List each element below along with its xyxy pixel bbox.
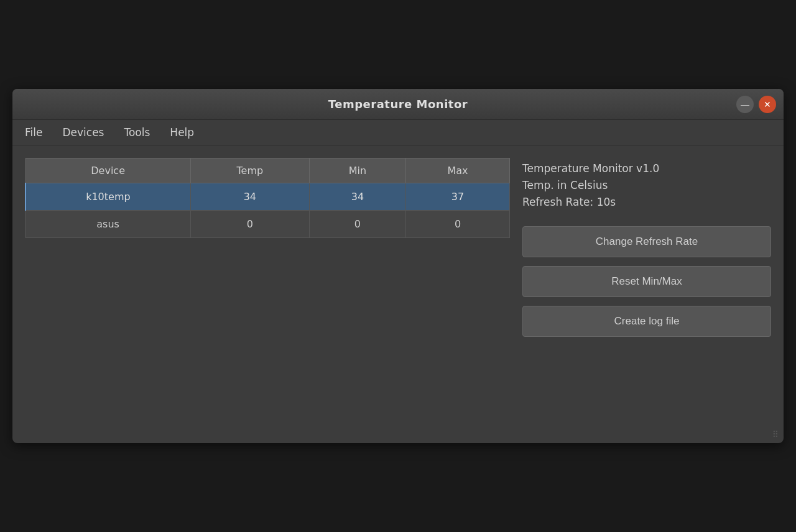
device-name-cell: k10temp: [25, 183, 190, 211]
content-area: Device Temp Min Max k10temp 34 34 37 asu…: [12, 145, 784, 349]
minimize-button[interactable]: —: [736, 96, 754, 113]
close-icon: ✕: [764, 99, 771, 109]
device-name-cell: asus: [25, 211, 190, 238]
window-controls: — ✕: [736, 96, 776, 113]
main-window: Temperature Monitor — ✕ File Devices Too…: [12, 89, 784, 443]
devices-table: Device Temp Min Max k10temp 34 34 37 asu…: [25, 158, 510, 238]
refresh-label: Refresh Rate: 10s: [522, 194, 771, 211]
col-header-device: Device: [25, 158, 190, 183]
unit-label: Temp. in Celsius: [522, 177, 771, 194]
titlebar: Temperature Monitor — ✕: [12, 89, 784, 120]
window-title: Temperature Monitor: [328, 98, 468, 111]
info-labels: Temperature Monitor v1.0 Temp. in Celsiu…: [522, 160, 771, 211]
device-max-cell: 0: [406, 211, 510, 238]
reset-minmax-button[interactable]: Reset Min/Max: [522, 266, 771, 297]
col-header-min: Min: [309, 158, 405, 183]
device-temp-cell: 34: [190, 183, 309, 211]
menubar: File Devices Tools Help: [12, 120, 784, 145]
menu-item-help[interactable]: Help: [167, 124, 197, 141]
device-temp-cell: 0: [190, 211, 309, 238]
table-row[interactable]: asus 0 0 0: [25, 211, 510, 238]
col-header-temp: Temp: [190, 158, 309, 183]
menu-item-devices[interactable]: Devices: [60, 124, 106, 141]
resize-handle[interactable]: ⠿: [772, 429, 779, 439]
close-button[interactable]: ✕: [759, 96, 776, 113]
col-header-max: Max: [406, 158, 510, 183]
table-section: Device Temp Min Max k10temp 34 34 37 asu…: [25, 158, 510, 337]
device-min-cell: 0: [309, 211, 405, 238]
table-row[interactable]: k10temp 34 34 37: [25, 183, 510, 211]
device-max-cell: 37: [406, 183, 510, 211]
device-min-cell: 34: [309, 183, 405, 211]
create-log-file-button[interactable]: Create log file: [522, 306, 771, 337]
minimize-icon: —: [741, 99, 749, 109]
table-header-row: Device Temp Min Max: [25, 158, 510, 183]
menu-item-file[interactable]: File: [22, 124, 45, 141]
menu-item-tools[interactable]: Tools: [121, 124, 152, 141]
info-section: Temperature Monitor v1.0 Temp. in Celsiu…: [522, 158, 771, 337]
version-label: Temperature Monitor v1.0: [522, 160, 771, 177]
change-refresh-rate-button[interactable]: Change Refresh Rate: [522, 226, 771, 257]
